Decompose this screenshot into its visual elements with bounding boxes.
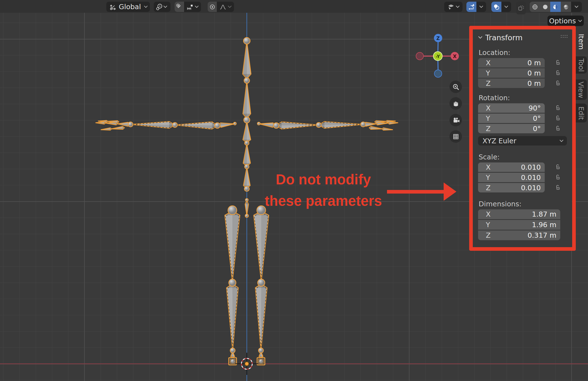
loc-y-field[interactable]: Y0 m xyxy=(478,68,545,78)
dim-z-field[interactable]: Z0.317 m xyxy=(478,230,560,240)
pivot-point-dropdown[interactable] xyxy=(154,2,170,12)
tab-label: Tool xyxy=(577,58,585,72)
section-label-dim: Dimensions: xyxy=(479,200,567,208)
rotation-mode-dropdown[interactable]: XYZ Euler xyxy=(478,136,567,146)
snap-increment-icon xyxy=(186,3,194,11)
rendered-shading-icon xyxy=(562,3,570,11)
toggle-xray-button[interactable] xyxy=(516,2,526,14)
chevron-down-icon xyxy=(195,6,199,8)
snapping-group xyxy=(175,2,201,12)
lock-rot-y-button[interactable] xyxy=(553,114,562,123)
sidebar-tab-item[interactable]: Item xyxy=(575,29,587,54)
scale-y-field[interactable]: Y0.010 xyxy=(478,173,545,182)
visibility-dropdown[interactable] xyxy=(444,2,463,12)
snap-toggle-button[interactable] xyxy=(175,2,184,12)
lock-loc-y-button[interactable] xyxy=(553,68,562,78)
joint-sphere xyxy=(361,122,366,127)
toggle-grid-ortho-button[interactable] xyxy=(449,130,462,143)
dim-x-field[interactable]: X1.87 m xyxy=(478,209,560,219)
joint-sphere xyxy=(273,123,279,128)
joint-sphere xyxy=(228,206,237,215)
lock-loc-z-button[interactable] xyxy=(553,79,562,88)
solid-shading-icon xyxy=(542,3,549,11)
rot-z-field[interactable]: Z0° xyxy=(478,124,545,133)
proportional-editing-button[interactable] xyxy=(208,2,217,12)
sidebar-tab-tool[interactable]: Tool xyxy=(575,56,587,74)
joint-sphere xyxy=(230,348,235,353)
field-value: 0° xyxy=(533,125,541,133)
joint-sphere xyxy=(244,186,249,191)
magnet-icon xyxy=(176,3,183,11)
rot-x-field[interactable]: X90° xyxy=(478,103,545,113)
unlock-icon xyxy=(554,59,561,66)
axis-x-label: X xyxy=(453,54,456,59)
shading-group xyxy=(530,2,582,12)
wireframe-shading-icon xyxy=(531,3,539,11)
field-value: 0 m xyxy=(527,59,541,67)
loc-x-field[interactable]: X0 m xyxy=(478,58,545,67)
transform-orientation-dropdown[interactable]: Global xyxy=(106,2,150,12)
gizmos-dropdown[interactable] xyxy=(476,2,486,12)
show-gizmos-button[interactable] xyxy=(466,2,476,12)
viewport-header: Global xyxy=(0,0,588,13)
rot-y-field[interactable]: Y0° xyxy=(478,114,545,123)
grid-icon xyxy=(452,133,459,140)
rendered-shading-button[interactable] xyxy=(561,2,571,12)
annotation-line1: Do not modify xyxy=(260,169,387,190)
rotation-mode-value: XYZ Euler xyxy=(483,137,516,145)
panel-drag-handle[interactable] xyxy=(561,35,567,38)
overlays-dropdown[interactable] xyxy=(501,2,511,12)
panel-header[interactable]: Transform xyxy=(478,33,567,42)
pan-view-button[interactable] xyxy=(449,97,462,110)
scale-z-field[interactable]: Z0.010 xyxy=(478,183,545,192)
axis-label: Y xyxy=(486,69,490,77)
lock-rot-z-button[interactable] xyxy=(553,124,562,133)
joint-sphere xyxy=(245,164,249,169)
lock-scale-x-button[interactable] xyxy=(553,162,562,172)
axis-x-neg-handle[interactable] xyxy=(416,52,424,60)
shading-dropdown[interactable] xyxy=(571,2,582,12)
joint-sphere xyxy=(172,122,177,127)
zoom-button[interactable] xyxy=(449,81,462,93)
options-dropdown[interactable]: Options xyxy=(547,16,584,26)
lock-scale-y-button[interactable] xyxy=(553,173,562,182)
axis-label: Z xyxy=(486,184,491,192)
overlays-group xyxy=(491,2,511,12)
lock-rot-x-button[interactable] xyxy=(553,103,562,113)
chevron-down-icon xyxy=(578,20,582,22)
field-value: 0° xyxy=(533,114,541,122)
unlock-icon xyxy=(554,104,561,112)
field-value: 1.96 m xyxy=(532,221,556,229)
sidebar-tab-view[interactable]: View xyxy=(575,79,587,100)
joint-sphere xyxy=(229,279,236,286)
joint-sphere xyxy=(233,122,236,125)
annotation-text: Do not modify these parameters xyxy=(260,169,387,212)
joint-sphere xyxy=(243,37,250,44)
loc-z-field[interactable]: Z0 m xyxy=(478,79,545,88)
lock-loc-x-button[interactable] xyxy=(553,58,562,67)
camera-view-button[interactable] xyxy=(449,114,462,126)
snap-settings-dropdown[interactable] xyxy=(184,2,201,12)
joint-sphere xyxy=(316,122,321,127)
falloff-dropdown[interactable] xyxy=(217,2,234,12)
solid-shading-button[interactable] xyxy=(540,2,550,12)
axis-label: Z xyxy=(486,79,491,87)
options-label: Options xyxy=(549,17,576,25)
wireframe-shading-button[interactable] xyxy=(530,2,540,12)
section-label-loc: Location: xyxy=(479,48,567,57)
chevron-down-icon xyxy=(228,6,232,8)
lock-scale-z-button[interactable] xyxy=(553,183,562,192)
view-axis-gizmo[interactable]: Z X -Y xyxy=(416,33,463,81)
axis-z-neg-handle[interactable] xyxy=(434,70,442,77)
axis-label: Z xyxy=(486,125,491,133)
dim-y-field[interactable]: Y1.96 m xyxy=(478,220,560,230)
scale-x-field[interactable]: X0.010 xyxy=(478,162,545,172)
sidebar-tab-edit[interactable]: Edit xyxy=(575,104,587,122)
show-overlays-button[interactable] xyxy=(491,2,501,12)
unlock-icon xyxy=(554,164,561,171)
proportional-edit-group xyxy=(208,2,234,12)
material-shading-button[interactable] xyxy=(550,2,561,12)
chevron-down-icon xyxy=(163,6,167,8)
joint-sphere xyxy=(128,122,133,127)
chevron-down-icon xyxy=(478,36,483,39)
